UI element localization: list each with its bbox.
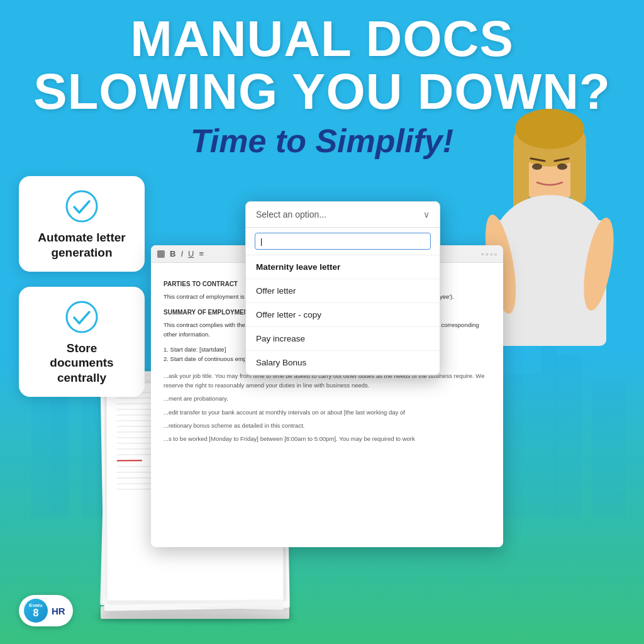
svg-point-24 <box>532 164 542 170</box>
toolbar-bold-icon: B <box>170 249 175 258</box>
stack-shadow <box>94 613 296 622</box>
toolbar-underline-icon: U <box>188 249 194 258</box>
logo-8: 8 <box>29 609 42 618</box>
logo-circle: Evalu 8 <box>24 599 48 623</box>
svg-rect-22 <box>570 142 586 204</box>
svg-point-18 <box>67 302 97 332</box>
dropdown-header[interactable]: Select an option... ∨ <box>246 202 440 228</box>
dropdown-chevron-icon: ∨ <box>423 209 430 219</box>
toolbar-italic-icon: I <box>180 249 183 258</box>
feature-label-store: Storedocumentscentrally <box>50 341 113 386</box>
dropdown-search-area[interactable] <box>246 228 440 255</box>
dropdown-panel[interactable]: Select an option... ∨ Maternity leave le… <box>245 201 440 375</box>
dropdown-item-0[interactable]: Maternity leave letter <box>246 255 440 279</box>
doc-probationary: ...ment are probationary. <box>164 394 491 403</box>
dropdown-item-4[interactable]: Salary Bonus <box>246 351 440 375</box>
feature-label-automate: Automate lettergeneration <box>38 230 125 260</box>
svg-point-23 <box>515 109 584 149</box>
dropdown-item-2[interactable]: Offer letter - copy <box>246 303 440 327</box>
toolbar-pencil-icon <box>157 250 165 258</box>
dropdown-item-1[interactable]: Offer letter <box>246 279 440 303</box>
doc-payment: ...edit transfer to your bank account at… <box>164 408 491 417</box>
doc-bonus: ...retionary bonus scheme as detailed in… <box>164 421 491 430</box>
dropdown-item-3[interactable]: Pay increase <box>246 327 440 351</box>
svg-point-17 <box>67 191 97 221</box>
svg-point-25 <box>557 164 567 170</box>
dropdown-placeholder: Select an option... <box>256 209 326 219</box>
feature-card-store: Storedocumentscentrally <box>19 287 145 397</box>
logo-badge: Evalu 8 HR <box>19 595 73 626</box>
toolbar-list-icon: ≡ <box>199 249 204 258</box>
main-container: · · · · ·· · · · ·· · · · ·· · · · · · ·… <box>0 0 644 644</box>
feature-cards: Automate lettergeneration Storedocuments… <box>19 176 145 397</box>
dropdown-search-input[interactable] <box>255 233 431 250</box>
checkmark-icon-automate <box>65 190 98 223</box>
headline-line1: MANUAL DOCS <box>130 11 514 67</box>
doc-hours: ...s to be worked [Monday to Friday] bet… <box>164 434 491 443</box>
checkmark-icon-store <box>65 301 98 333</box>
toolbar-more-icon: ▫ ▫ ▫ ▫ <box>481 250 497 258</box>
logo-hr-text: HR <box>52 606 65 616</box>
feature-card-automate: Automate lettergeneration <box>19 176 145 272</box>
